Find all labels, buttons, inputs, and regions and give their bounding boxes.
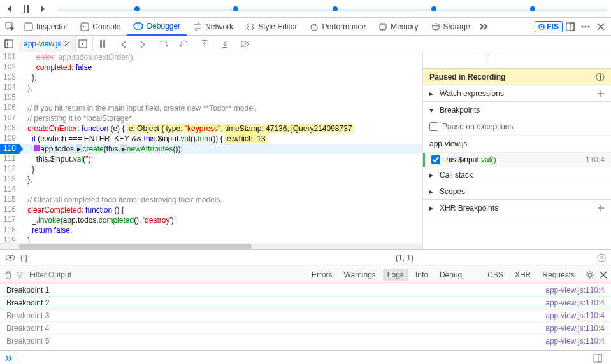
line-number[interactable]: 106 bbox=[0, 103, 19, 113]
reverse-step-out-button[interactable] bbox=[198, 37, 212, 51]
console-message-row[interactable]: Breakpoint 2app-view.js:110:4 bbox=[0, 297, 611, 309]
add-watch-button[interactable] bbox=[597, 90, 605, 97]
braces-indicator[interactable]: { } bbox=[20, 253, 27, 262]
filter-requests[interactable]: Requests bbox=[538, 269, 579, 281]
console-message-row[interactable]: Breakpoint 3app-view.js:110:4 bbox=[0, 309, 611, 322]
reverse-step-over-button[interactable] bbox=[116, 37, 130, 51]
code-line[interactable]: 105 bbox=[0, 93, 422, 103]
message-source-link[interactable]: app-view.js:110:4 bbox=[545, 337, 605, 346]
meatball-menu-button[interactable] bbox=[578, 19, 593, 34]
filter-xhr[interactable]: XHR bbox=[510, 269, 535, 281]
toggle-sources-tree-button[interactable] bbox=[2, 37, 16, 51]
step-over-button[interactable] bbox=[136, 37, 150, 51]
close-devtools-button[interactable] bbox=[593, 19, 608, 34]
tab-performance[interactable]: Performance bbox=[303, 18, 372, 36]
code-line[interactable]: 104 }, bbox=[0, 83, 422, 93]
step-back-button[interactable] bbox=[4, 3, 15, 15]
tab-debugger[interactable]: Debugger bbox=[127, 18, 187, 36]
filter-css[interactable]: CSS bbox=[483, 269, 508, 281]
pause-on-exceptions-checkbox[interactable] bbox=[429, 122, 438, 131]
pause-on-exceptions-row[interactable]: Pause on exceptions bbox=[423, 118, 611, 136]
code-line[interactable]: 106 // If you hit return in the main inp… bbox=[0, 103, 422, 113]
tab-memory[interactable]: Memory bbox=[372, 18, 424, 36]
code-line[interactable]: 109 if (e.which === ENTER_KEY && this.$i… bbox=[0, 134, 422, 144]
step-forward-button[interactable] bbox=[37, 3, 48, 15]
eye-icon[interactable] bbox=[5, 255, 15, 261]
console-settings-button[interactable] bbox=[586, 270, 594, 279]
tab-storage[interactable]: Storage bbox=[425, 18, 477, 36]
line-number[interactable]: 113 bbox=[0, 174, 19, 185]
code-line[interactable]: 113 }, bbox=[0, 174, 422, 185]
code-line[interactable]: 112 } bbox=[0, 164, 422, 174]
breakpoint-file-heading[interactable]: app-view.js bbox=[423, 136, 611, 153]
console-message-row[interactable]: Breakpoint 4app-view.js:110:4 bbox=[0, 322, 611, 335]
fis-indicator[interactable]: FIS bbox=[535, 21, 563, 32]
message-source-link[interactable]: app-view.js:110:4 bbox=[545, 298, 605, 307]
console-message-row[interactable]: Breakpoint 5app-view.js:110:4 bbox=[0, 335, 611, 347]
scopes-header[interactable]: ▸ Scopes bbox=[423, 183, 611, 200]
source-editor[interactable]: 101 order: app.todos.nextOrder(),102 com… bbox=[0, 52, 422, 249]
outline-button[interactable] bbox=[76, 37, 90, 51]
code-line[interactable]: 101 order: app.todos.nextOrder(), bbox=[0, 52, 422, 62]
line-number[interactable]: 118 bbox=[0, 225, 19, 235]
clear-console-button[interactable] bbox=[4, 270, 13, 279]
reverse-step-in-button[interactable] bbox=[157, 37, 171, 51]
filter-logs[interactable]: Logs bbox=[383, 269, 408, 281]
breakpoint-row[interactable]: this.$input.val() 110:4 bbox=[423, 153, 611, 167]
filter-warnings[interactable]: Warnings bbox=[340, 269, 380, 281]
code-line[interactable]: 111 this.$input.val(''); bbox=[0, 154, 422, 164]
message-source-link[interactable]: app-view.js:110:4 bbox=[545, 311, 605, 320]
horizontal-scrollbar[interactable] bbox=[0, 243, 422, 249]
line-number[interactable]: 101 bbox=[0, 52, 19, 62]
code-line[interactable]: 107 // persisting it to *localStorage*. bbox=[0, 113, 422, 123]
code-line[interactable]: 114 bbox=[0, 185, 422, 195]
close-file-tab-button[interactable] bbox=[64, 41, 70, 46]
tab-style-editor[interactable]: Style Editor bbox=[240, 18, 303, 36]
line-number[interactable]: 114 bbox=[0, 185, 19, 195]
console-message-row[interactable]: Breakpoint 1app-view.js:110:4 bbox=[0, 284, 611, 297]
dock-mode-button[interactable] bbox=[563, 19, 578, 34]
message-source-link[interactable]: app-view.js:110:4 bbox=[545, 286, 605, 295]
pause-resume-button[interactable] bbox=[96, 37, 110, 51]
step-in-button[interactable] bbox=[177, 37, 191, 51]
line-number[interactable]: 108 bbox=[0, 123, 19, 134]
code-line[interactable]: 108 createOnEnter: function (e) { e: Obj… bbox=[0, 123, 422, 134]
line-number[interactable]: 104 bbox=[0, 83, 19, 93]
line-number[interactable]: 116 bbox=[0, 205, 19, 215]
tab-console[interactable]: Console bbox=[74, 18, 127, 36]
info-icon[interactable] bbox=[596, 73, 605, 81]
console-messages[interactable]: Breakpoint 1app-view.js:110:4Breakpoint … bbox=[0, 284, 611, 350]
breakpoints-header[interactable]: ▾ Breakpoints bbox=[423, 102, 611, 118]
pause-button[interactable] bbox=[20, 3, 32, 15]
line-number[interactable]: 115 bbox=[0, 195, 19, 205]
line-number[interactable]: 107 bbox=[0, 113, 19, 123]
line-number[interactable]: 112 bbox=[0, 164, 19, 174]
filter-info[interactable]: Info bbox=[411, 269, 433, 281]
line-number[interactable]: 110 bbox=[0, 144, 19, 154]
overflow-tabs-button[interactable] bbox=[477, 19, 492, 34]
line-number[interactable]: 111 bbox=[0, 154, 19, 164]
file-tab[interactable]: app-view.js bbox=[18, 36, 76, 52]
step-out-button[interactable] bbox=[218, 37, 232, 51]
split-console-icon[interactable] bbox=[593, 354, 606, 363]
close-console-button[interactable] bbox=[600, 271, 607, 279]
sidebar-minimap[interactable] bbox=[423, 52, 611, 69]
line-number[interactable]: 102 bbox=[0, 62, 19, 73]
filter-errors[interactable]: Errors bbox=[307, 269, 337, 281]
xhr-breakpoints-header[interactable]: ▸ XHR Breakpoints bbox=[423, 200, 611, 216]
line-number[interactable]: 105 bbox=[0, 93, 19, 103]
deactivate-breakpoints-button[interactable] bbox=[238, 37, 252, 51]
code-line[interactable]: 117 _.invoke(app.todos.completed(), 'des… bbox=[0, 215, 422, 225]
line-number[interactable]: 109 bbox=[0, 134, 19, 144]
filter-output-input[interactable] bbox=[27, 270, 305, 279]
code-line[interactable]: 116 clearCompleted: function () { bbox=[0, 205, 422, 215]
watch-expressions-header[interactable]: ▸ Watch expressions bbox=[423, 85, 611, 102]
code-line[interactable]: 115 // Clear all completed todo items, d… bbox=[0, 195, 422, 205]
call-stack-header[interactable]: ▸ Call stack bbox=[423, 167, 611, 183]
add-xhr-breakpoint-button[interactable] bbox=[597, 204, 605, 212]
tab-network[interactable]: Network bbox=[187, 18, 240, 36]
tab-inspector[interactable]: Inspector bbox=[18, 18, 74, 36]
code-line[interactable]: 103 }; bbox=[0, 73, 422, 83]
help-icon[interactable]: ? bbox=[597, 253, 606, 262]
pick-element-button[interactable] bbox=[3, 19, 18, 34]
